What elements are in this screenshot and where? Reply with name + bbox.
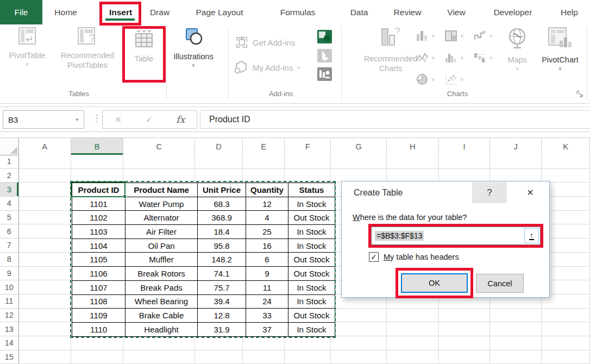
- sheet-table-cell[interactable]: 25: [246, 225, 288, 239]
- cell-K12[interactable]: [542, 309, 590, 323]
- sheet-table-cell[interactable]: Out Stock: [288, 211, 335, 225]
- cell-G15[interactable]: [331, 350, 387, 364]
- sheet-table-cell[interactable]: In Stock: [288, 295, 335, 309]
- row-header-12[interactable]: 12: [0, 309, 19, 323]
- cell-C2[interactable]: [123, 169, 195, 183]
- sheet-table-cell[interactable]: 39.4: [198, 295, 246, 309]
- tab-view[interactable]: View: [447, 0, 465, 24]
- sheet-table-cell[interactable]: Air Filter: [125, 225, 198, 239]
- cell-F1[interactable]: [285, 155, 331, 169]
- column-header-E[interactable]: E: [243, 138, 285, 155]
- cell-I1[interactable]: [439, 155, 490, 169]
- pivotchart-button[interactable]: PivotChart ∨: [539, 27, 581, 71]
- cell-A4[interactable]: [19, 197, 71, 211]
- column-header-F[interactable]: F: [285, 138, 331, 155]
- cell-I15[interactable]: [439, 350, 490, 364]
- cell-K1[interactable]: [542, 155, 590, 169]
- cell-J14[interactable]: [490, 336, 542, 350]
- row-header-2[interactable]: 2: [0, 169, 19, 183]
- cell-C14[interactable]: [123, 336, 195, 350]
- dialog-help-button[interactable]: ?: [472, 182, 507, 203]
- cell-H14[interactable]: [387, 336, 439, 350]
- people-graph-icon[interactable]: [317, 67, 332, 81]
- insert-waterfall-chart-button[interactable]: ∨: [473, 52, 493, 64]
- cell-F14[interactable]: [285, 336, 331, 350]
- dialog-close-button[interactable]: ✕: [511, 182, 549, 203]
- row-header-4[interactable]: 4: [0, 197, 19, 211]
- sheet-table-cell[interactable]: In Stock: [288, 197, 335, 211]
- sheet-table-cell[interactable]: 1108: [72, 295, 125, 309]
- sheet-table-cell[interactable]: 12.8: [198, 309, 246, 323]
- name-box[interactable]: B3 ▼: [3, 110, 84, 129]
- cell-J1[interactable]: [490, 155, 542, 169]
- bing-maps-icon[interactable]: [317, 49, 332, 62]
- cell-J15[interactable]: [490, 350, 542, 364]
- row-header-15[interactable]: 15: [0, 350, 19, 364]
- cell-G1[interactable]: [331, 155, 387, 169]
- column-header-A[interactable]: A: [19, 138, 71, 155]
- formula-input[interactable]: Product ID: [200, 110, 590, 129]
- sheet-table-cell[interactable]: 148.2: [198, 253, 246, 267]
- sheet-table-cell[interactable]: 11: [246, 281, 288, 295]
- cell-I14[interactable]: [439, 336, 490, 350]
- sheet-table-cell[interactable]: Alternator: [125, 211, 198, 225]
- sheet-table-cell[interactable]: In Stock: [288, 281, 335, 295]
- sheet-table-cell[interactable]: 9: [246, 267, 288, 281]
- cell-A15[interactable]: [19, 350, 71, 364]
- sheet-table-cell[interactable]: In Stock: [288, 225, 335, 239]
- sheet-table-cell[interactable]: 1102: [72, 211, 125, 225]
- column-header-K[interactable]: K: [542, 138, 590, 155]
- sheet-table-cell[interactable]: 75.7: [198, 281, 246, 295]
- insert-line-chart-button[interactable]: ∨: [416, 52, 435, 64]
- tab-insert[interactable]: Insert: [109, 0, 132, 24]
- column-header-B[interactable]: B: [71, 138, 124, 155]
- sheet-table-cell[interactable]: 1104: [72, 239, 125, 253]
- cell-C15[interactable]: [123, 350, 195, 364]
- cell-J12[interactable]: [490, 309, 542, 323]
- row-header-14[interactable]: 14: [0, 336, 19, 350]
- maps-button[interactable]: Maps ∨: [501, 27, 533, 71]
- sheet-table-cell[interactable]: 4: [246, 211, 288, 225]
- cell-H1[interactable]: [387, 155, 439, 169]
- cell-A9[interactable]: [19, 267, 71, 281]
- sheet-table-cell[interactable]: Brake Cable: [125, 309, 198, 323]
- cell-F15[interactable]: [285, 350, 331, 364]
- cancel-button[interactable]: Cancel: [476, 274, 524, 293]
- cell-H12[interactable]: [387, 309, 439, 323]
- sheet-table-cell[interactable]: Muffler: [125, 253, 198, 267]
- column-header-J[interactable]: J: [490, 138, 542, 155]
- cell-A1[interactable]: [19, 155, 71, 169]
- row-header-5[interactable]: 5: [0, 211, 19, 225]
- insert-scatter-chart-button[interactable]: ∨: [444, 73, 464, 85]
- sheet-table-cell[interactable]: 1106: [72, 267, 125, 281]
- row-header-11[interactable]: 11: [0, 294, 19, 309]
- insert-treemap-chart-button[interactable]: ∨: [444, 30, 464, 42]
- sheet-table-cell[interactable]: In Stock: [288, 239, 335, 253]
- column-header-D[interactable]: D: [195, 138, 243, 155]
- cell-K13[interactable]: [542, 322, 590, 336]
- sheet-table-cell[interactable]: Headlight: [125, 323, 198, 337]
- tab-data[interactable]: Data: [350, 0, 368, 24]
- sheet-table-header-cell[interactable]: Status: [288, 183, 335, 197]
- row-header-8[interactable]: 8: [0, 253, 19, 267]
- cell-A6[interactable]: [19, 224, 71, 239]
- cell-A5[interactable]: [19, 211, 71, 225]
- cell-D15[interactable]: [195, 350, 243, 364]
- cell-G12[interactable]: [331, 309, 387, 323]
- table-range-input[interactable]: =$B$3:$F$13 ↑: [371, 227, 541, 245]
- charts-dialog-launcher-icon[interactable]: [576, 90, 584, 98]
- cell-B1[interactable]: [71, 155, 124, 169]
- sheet-table-cell[interactable]: Wheel Bearing: [125, 295, 198, 309]
- sheet-table-cell[interactable]: 1101: [72, 197, 125, 211]
- cell-G13[interactable]: [331, 322, 387, 336]
- cell-I13[interactable]: [439, 322, 490, 336]
- tab-home[interactable]: Home: [54, 0, 77, 24]
- cell-B15[interactable]: [71, 350, 124, 364]
- column-header-G[interactable]: G: [331, 138, 387, 155]
- cell-H13[interactable]: [387, 322, 439, 336]
- cell-J13[interactable]: [490, 322, 542, 336]
- select-all-corner[interactable]: [0, 138, 19, 155]
- sheet-table-cell[interactable]: 33: [246, 309, 288, 323]
- sheet-table-header-cell[interactable]: Product Name: [125, 183, 198, 197]
- cell-A13[interactable]: [19, 322, 71, 336]
